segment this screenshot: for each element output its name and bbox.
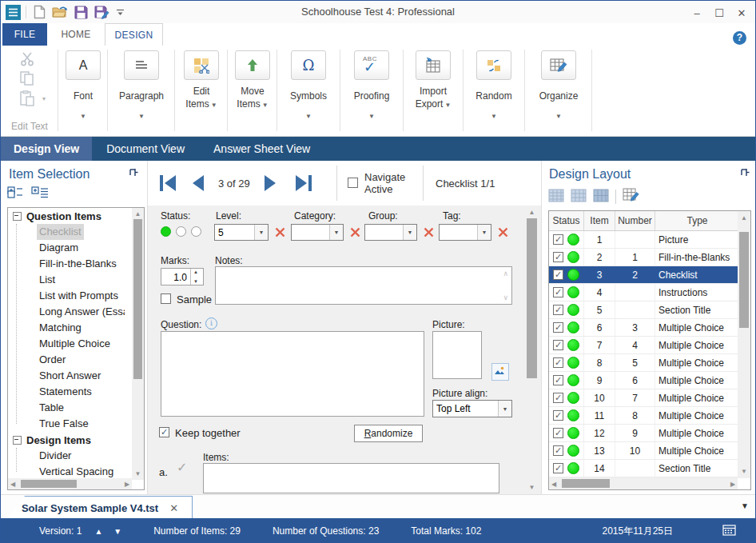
proofing-button[interactable]: ABC ✓ Proofing ▼ <box>341 46 402 135</box>
next-item-button[interactable] <box>263 173 279 197</box>
version-up-icon[interactable]: ▲ <box>94 527 102 536</box>
pin-icon[interactable] <box>129 168 138 182</box>
font-button[interactable]: A Font ▼ <box>59 46 107 135</box>
spin-down-icon[interactable]: ▼ <box>193 279 198 284</box>
edit-layout-icon[interactable] <box>623 188 640 206</box>
close-button[interactable]: ✕ <box>731 8 752 21</box>
tag-combobox[interactable]: ▼ <box>439 224 491 241</box>
tab-answer-sheet-view[interactable]: Answer Sheet View <box>199 137 324 161</box>
tree-group-header[interactable]: Design Items <box>8 432 133 448</box>
row-checkbox[interactable]: ✓ <box>553 375 563 385</box>
row-checkbox[interactable]: ✓ <box>553 340 563 350</box>
spin-up-icon[interactable]: ▲ <box>193 270 198 274</box>
tree-item-short-answer[interactable]: Short Answer <box>8 368 133 384</box>
category-combobox[interactable]: ▼ <box>291 224 344 241</box>
form-vertical-scrollbar[interactable]: ▲ ▼ <box>525 206 539 494</box>
column-type[interactable]: Type <box>655 211 739 230</box>
sample-checkbox[interactable] <box>161 293 171 304</box>
tab-document-view[interactable]: Document View <box>92 137 199 161</box>
randomize-button[interactable]: Randomize <box>354 425 423 442</box>
tree-collapse-icon[interactable] <box>13 212 22 221</box>
table-row[interactable]: ✓74Multiple Choice <box>549 337 739 354</box>
move-items-button[interactable]: Move Items▼ <box>229 46 277 135</box>
table-horizontal-scrollbar[interactable]: ◀ ▶ <box>549 477 738 489</box>
clear-category-icon[interactable] <box>350 226 360 237</box>
row-checkbox[interactable]: ✓ <box>553 322 563 333</box>
status-radio-3[interactable] <box>191 226 201 237</box>
table-row[interactable]: ✓5Section Title <box>549 301 739 319</box>
insert-picture-icon[interactable] <box>491 363 509 381</box>
table-vertical-scrollbar[interactable]: ▲ ▼ <box>738 211 750 478</box>
table-row[interactable]: ✓96Multiple Choice <box>549 372 739 389</box>
symbols-button[interactable]: Ω Symbols ▼ <box>278 46 339 135</box>
table-row[interactable]: ✓129Multiple Choice <box>549 425 739 442</box>
clear-group-icon[interactable] <box>424 226 434 237</box>
tree-horizontal-scrollbar[interactable]: ◀ ▶ <box>8 478 132 489</box>
table-row[interactable]: ✓4Instructions <box>549 284 739 301</box>
help-icon[interactable]: ? <box>733 31 746 45</box>
edit-items-button[interactable]: Edit Items▼ <box>176 46 227 135</box>
tree-item-statements[interactable]: Statements <box>8 384 133 400</box>
row-checkbox[interactable]: ✓ <box>553 287 563 297</box>
row-checkbox[interactable]: ✓ <box>553 463 563 473</box>
tab-file[interactable]: FILE <box>2 23 47 46</box>
close-tab-icon[interactable]: ✕ <box>169 502 178 514</box>
tree-item-vertical-spacing[interactable]: Vertical Spacing <box>8 464 133 480</box>
picture-align-combobox[interactable]: Top Left▼ <box>432 400 512 417</box>
group-combobox[interactable]: ▼ <box>364 224 417 241</box>
tab-home[interactable]: HOME <box>49 23 103 46</box>
row-checkbox[interactable]: ✓ <box>553 252 563 262</box>
table-row[interactable]: ✓32Checklist <box>549 266 739 284</box>
items-textbox[interactable] <box>203 463 499 493</box>
tree-item-multiple-choice[interactable]: Multiple Choice <box>8 336 133 352</box>
maximize-button[interactable]: ☐ <box>709 8 730 21</box>
row-checkbox[interactable]: ✓ <box>553 410 563 421</box>
paste-icon[interactable] <box>20 90 38 106</box>
status-radio-2[interactable] <box>176 226 186 237</box>
tree-item-table[interactable]: Table <box>8 400 133 416</box>
minimize-button[interactable]: – <box>686 8 707 21</box>
app-icon[interactable] <box>6 5 21 20</box>
version-down-icon[interactable]: ▼ <box>113 527 121 536</box>
expand-all-icon[interactable] <box>31 186 49 202</box>
table-row[interactable]: ✓21Fill-in-the-Blanks <box>549 249 739 266</box>
table-row[interactable]: ✓107Multiple Choice <box>549 389 739 407</box>
tree-vertical-scrollbar[interactable]: ▲ ▼ <box>132 208 144 480</box>
tree-item-long-answer-essay-[interactable]: Long Answer (Essay) <box>8 304 133 320</box>
clear-level-icon[interactable] <box>275 226 285 237</box>
tree-item-order[interactable]: Order <box>8 352 133 368</box>
first-item-button[interactable] <box>157 173 178 197</box>
tree-group-header[interactable]: Question Items <box>8 208 133 224</box>
organize-button[interactable]: Organize ▼ <box>526 46 591 135</box>
table-row[interactable]: ✓63Multiple Choice <box>549 319 739 337</box>
item-check-icon[interactable]: ✓ <box>177 460 187 475</box>
row-checkbox[interactable]: ✓ <box>553 234 563 245</box>
keep-together-checkbox[interactable]: ✓ <box>159 427 169 437</box>
paragraph-button[interactable]: Paragraph ▼ <box>109 46 174 135</box>
calendar-icon[interactable] <box>722 524 736 538</box>
tree-item-divider[interactable]: Divider <box>8 448 133 464</box>
tree-item-list-with-prompts[interactable]: List with Prompts <box>8 288 133 304</box>
row-checkbox[interactable]: ✓ <box>553 270 563 280</box>
row-checkbox[interactable]: ✓ <box>553 305 563 315</box>
pin-icon[interactable] <box>740 168 750 182</box>
row-checkbox[interactable]: ✓ <box>553 393 563 403</box>
import-export-button[interactable]: Import Export▼ <box>404 46 462 135</box>
cut-icon[interactable] <box>20 52 38 68</box>
status-radio-active[interactable] <box>161 226 171 237</box>
tree-collapse-icon[interactable] <box>13 436 22 445</box>
tree-item-checklist[interactable]: Checklist <box>8 224 133 240</box>
notes-textarea[interactable]: ∧ ∨ <box>215 266 512 305</box>
row-size-small-icon[interactable] <box>548 189 564 206</box>
tree-item-list[interactable]: List <box>8 272 133 288</box>
table-row[interactable]: ✓1310Multiple Choice <box>549 442 739 460</box>
question-textarea[interactable] <box>161 331 424 417</box>
picture-box[interactable] <box>432 331 482 379</box>
row-size-medium-icon[interactable] <box>571 189 587 206</box>
random-button[interactable]: Random ▼ <box>464 46 523 135</box>
level-combobox[interactable]: 5▼ <box>214 224 269 241</box>
table-row[interactable]: ✓1Picture <box>549 231 739 249</box>
document-tab[interactable]: Solar System Sample V4.tst ✕ <box>7 496 193 520</box>
copy-icon[interactable] <box>20 71 38 87</box>
collapse-all-icon[interactable] <box>7 186 23 202</box>
